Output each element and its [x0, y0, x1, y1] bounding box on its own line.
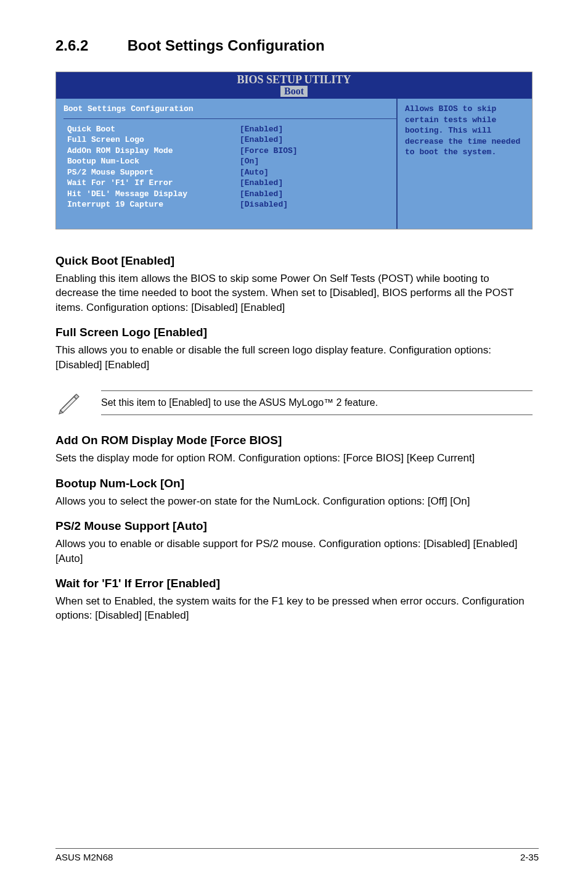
bios-row-label: Wait For 'F1' If Error	[67, 178, 240, 189]
item-text-ps2: Allows you to enable or disable support …	[55, 537, 533, 566]
bios-row-value: [Force BIOS]	[240, 146, 298, 157]
bios-row: Hit 'DEL' Message Display[Enabled]	[67, 189, 396, 200]
bios-row-value: [Enabled]	[240, 124, 283, 135]
section-heading: 2.6.2 Boot Settings Configuration	[55, 37, 533, 54]
bios-row: AddOn ROM Display Mode[Force BIOS]	[67, 146, 396, 157]
bios-row-value: [Enabled]	[240, 134, 283, 146]
note-text: Set this item to [Enabled] to use the AS…	[101, 391, 533, 415]
item-text-wait-f1: When set to Enabled, the system waits fo…	[55, 594, 533, 623]
bios-help-text: Allows BIOS to skip certain tests while …	[405, 104, 520, 157]
bios-row-value: [On]	[240, 156, 259, 167]
section-title: Boot Settings Configuration	[128, 37, 325, 54]
item-heading-wait-f1: Wait for 'F1' If Error [Enabled]	[55, 577, 533, 590]
note-content: Set this item to [Enabled] to use the AS…	[101, 390, 533, 415]
bios-row-label: PS/2 Mouse Support	[67, 167, 240, 178]
item-text-quick-boot: Enabling this item allows the BIOS to sk…	[55, 271, 533, 315]
item-text-addon-rom: Sets the display mode for option ROM. Co…	[55, 451, 533, 465]
item-heading-ps2: PS/2 Mouse Support [Auto]	[55, 519, 533, 533]
bios-row-value: [Enabled]	[240, 178, 283, 189]
bios-row-value: [Auto]	[240, 167, 269, 178]
bios-row: Interrupt 19 Capture[Disabled]	[67, 199, 396, 210]
divider	[101, 415, 533, 415]
bios-row-label: Interrupt 19 Capture	[67, 199, 240, 210]
bios-header: BIOS SETUP UTILITY Boot	[56, 72, 532, 99]
item-heading-numlock: Bootup Num-Lock [On]	[55, 477, 533, 490]
pencil-icon	[55, 388, 83, 418]
bios-row: Quick Boot[Enabled]	[67, 124, 396, 135]
bios-row: Wait For 'F1' If Error[Enabled]	[67, 178, 396, 189]
item-heading-full-screen-logo: Full Screen Logo [Enabled]	[55, 326, 533, 339]
bios-row-value: [Enabled]	[240, 189, 283, 200]
footer-left: ASUS M2N68	[55, 852, 113, 862]
bios-row-label: Quick Boot	[67, 124, 240, 135]
bios-row-label: Hit 'DEL' Message Display	[67, 189, 240, 200]
bios-row-label: AddOn ROM Display Mode	[67, 146, 240, 157]
section-number: 2.6.2	[55, 37, 123, 54]
bios-row: Full Screen Logo[Enabled]	[67, 134, 396, 146]
bios-row: Bootup Num-Lock[On]	[67, 156, 396, 167]
item-heading-addon-rom: Add On ROM Display Mode [Force BIOS]	[55, 434, 533, 447]
bios-screenshot: BIOS SETUP UTILITY Boot Boot Settings Co…	[55, 72, 533, 229]
bios-title: BIOS SETUP UTILITY	[56, 73, 532, 86]
bios-row-value: [Disabled]	[240, 199, 288, 210]
bios-active-tab: Boot	[280, 85, 308, 97]
item-text-full-screen-logo: This allows you to enable or disable the…	[55, 343, 533, 372]
bios-row-label: Full Screen Logo	[67, 134, 240, 146]
note-block: Set this item to [Enabled] to use the AS…	[55, 388, 533, 418]
bios-left-panel: Boot Settings Configuration Quick Boot[E…	[56, 99, 396, 229]
footer-right: 2-35	[520, 852, 539, 862]
bios-help-panel: Allows BIOS to skip certain tests while …	[396, 99, 532, 229]
bios-row-label: Bootup Num-Lock	[67, 156, 240, 167]
bios-tab-row: Boot	[56, 85, 532, 97]
bios-body: Boot Settings Configuration Quick Boot[E…	[56, 99, 532, 229]
bios-row: PS/2 Mouse Support[Auto]	[67, 167, 396, 178]
page-footer: ASUS M2N68 2-35	[55, 848, 539, 862]
bios-panel-heading: Boot Settings Configuration	[63, 102, 396, 119]
item-text-numlock: Allows you to select the power-on state …	[55, 494, 533, 508]
item-heading-quick-boot: Quick Boot [Enabled]	[55, 254, 533, 268]
